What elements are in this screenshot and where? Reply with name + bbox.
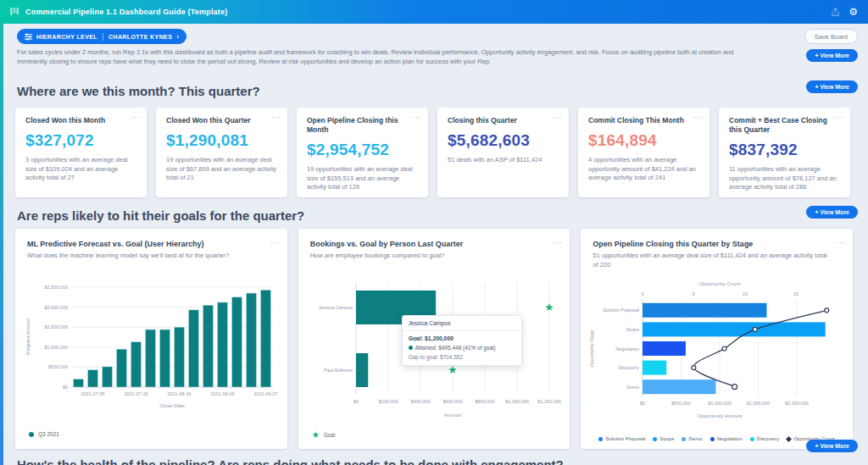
- view-more-button-section1[interactable]: + View More: [806, 80, 858, 93]
- view-more-button-bottom[interactable]: + View More: [806, 440, 858, 452]
- svg-text:Jessica Campos: Jessica Campos: [318, 305, 353, 310]
- svg-text:Opportunity Amount: Opportunity Amount: [698, 413, 743, 418]
- kpi-card-open-pipeline-month: Open Pipeline Closing this Month ⋯ $2,95…: [297, 108, 428, 197]
- svg-text:$1,000,000: $1,000,000: [505, 399, 529, 404]
- chart-subtitle: 51 opportunities with an average deal si…: [581, 248, 853, 269]
- kpi-description: 11 opportunities with an average opportu…: [729, 165, 840, 192]
- save-board-button[interactable]: Save Board: [804, 29, 858, 44]
- share-icon[interactable]: [831, 8, 840, 17]
- kebab-menu-icon[interactable]: ⋯: [412, 113, 421, 121]
- kebab-menu-icon[interactable]: ⋯: [553, 113, 562, 121]
- kebab-menu-icon[interactable]: ⋯: [270, 237, 280, 248]
- tooltip-name: Jessica Campos: [403, 316, 521, 331]
- svg-text:$400,000: $400,000: [410, 399, 430, 404]
- view-more-button-description[interactable]: + View More: [806, 49, 858, 62]
- forecast-bar[interactable]: [247, 293, 257, 387]
- forecast-bar[interactable]: [88, 370, 98, 387]
- tooltip-goal: Goal: $1,200,000: [409, 335, 515, 341]
- kpi-value: $2,954,752: [307, 141, 418, 159]
- stage-bar[interactable]: [643, 322, 826, 336]
- kpi-value: $164,894: [588, 131, 699, 150]
- stage-bar[interactable]: [643, 341, 686, 356]
- section-title-month-quarter: Where are we this month? This quarter?: [17, 84, 260, 98]
- legend-item[interactable]: Solution Proposal: [598, 436, 645, 441]
- diamond-marker-icon: [786, 435, 792, 441]
- stage-bar[interactable]: [643, 361, 666, 375]
- ml-forecast-bar-chart[interactable]: $0$500,000$1,000,000$1,500,000$2,000,000…: [22, 275, 280, 421]
- legend-label: Scope: [659, 436, 674, 441]
- svg-text:2021-09-27: 2021-09-27: [253, 391, 277, 396]
- forecast-bar[interactable]: [103, 367, 113, 387]
- forecast-bar[interactable]: [131, 342, 142, 387]
- filter-sliders-icon: [25, 33, 32, 41]
- view-more-button-section2[interactable]: + View More: [806, 206, 858, 219]
- svg-text:Close Date: Close Date: [159, 403, 185, 408]
- legend-item[interactable]: Demo: [682, 436, 702, 441]
- forecast-bar[interactable]: [117, 349, 127, 387]
- count-point-marker[interactable]: [732, 385, 737, 390]
- tooltip-gap: Gap to goal: $704,552: [409, 354, 515, 360]
- svg-text:$500,000: $500,000: [671, 401, 691, 406]
- svg-text:$0: $0: [63, 385, 68, 390]
- kpi-value: $5,682,603: [448, 131, 559, 150]
- forecast-bar[interactable]: [189, 310, 199, 387]
- kebab-menu-icon[interactable]: ⋯: [553, 237, 562, 248]
- legend-label: Demo: [688, 436, 702, 441]
- pipeline-stage-combo-chart[interactable]: Opportunity Count051015$0$500,000$1,000,…: [587, 278, 845, 422]
- svg-text:5: 5: [693, 291, 695, 296]
- forecast-bar[interactable]: [160, 329, 170, 387]
- tooltip-attained: Attained: $495,448 (41% of goal): [415, 345, 496, 351]
- kebab-menu-icon[interactable]: ⋯: [131, 113, 140, 121]
- legend-item[interactable]: Discovery: [750, 436, 779, 441]
- svg-text:10: 10: [743, 291, 748, 296]
- stage-bar[interactable]: [643, 379, 715, 394]
- kebab-menu-icon[interactable]: ⋯: [271, 113, 281, 121]
- legend-dot: [750, 437, 754, 441]
- svg-text:Weighted Amount: Weighted Amount: [25, 318, 31, 356]
- legend-dot: [598, 437, 603, 441]
- kebab-menu-icon[interactable]: ⋯: [834, 113, 843, 121]
- chart-card-ml-forecast: ML Predictive Forecast vs. Goal (User Hi…: [15, 229, 287, 449]
- kpi-description: 4 opportunities with an average opportun…: [588, 156, 699, 183]
- kpi-title: Closed Won this Month: [25, 116, 136, 125]
- svg-text:$500,000: $500,000: [48, 364, 68, 369]
- forecast-bar[interactable]: [232, 297, 242, 387]
- count-point-marker[interactable]: [825, 308, 829, 313]
- stage-bar[interactable]: [643, 303, 767, 318]
- section-title-pipeline-health: How's the health of the pipeline? Are re…: [17, 457, 564, 465]
- kpi-title: Closing this Quarter: [448, 116, 559, 125]
- forecast-bar[interactable]: [261, 290, 271, 387]
- count-point-marker[interactable]: [722, 346, 726, 351]
- legend-dot: [653, 437, 657, 441]
- count-point-marker[interactable]: [692, 366, 696, 370]
- forecast-bar[interactable]: [74, 379, 84, 387]
- legend-label: Q3 2021: [38, 431, 59, 437]
- chart-subtitle: What does the machine learning model say…: [15, 248, 287, 261]
- svg-text:$1,000,000: $1,000,000: [709, 401, 732, 406]
- svg-text:$0: $0: [640, 401, 645, 406]
- svg-text:Amount: Amount: [443, 412, 461, 418]
- settings-gear-icon[interactable]: ⚙: [849, 7, 858, 17]
- hierarchy-level-chip[interactable]: HIERARCHY LEVEL CHARLOTTE KYNES ›: [17, 29, 186, 44]
- chart-card-pipeline-by-stage: Open Pipeline Closing this Quarter by St…: [581, 229, 853, 449]
- board-icon: [10, 8, 19, 16]
- svg-text:Opportunity Stage: Opportunity Stage: [589, 329, 594, 367]
- count-point-marker[interactable]: [754, 327, 758, 331]
- forecast-bar[interactable]: [146, 329, 156, 387]
- forecast-bar[interactable]: [175, 327, 185, 387]
- forecast-bar[interactable]: [203, 305, 214, 387]
- forecast-bar[interactable]: [218, 302, 228, 387]
- kebab-menu-icon[interactable]: ⋯: [693, 113, 703, 121]
- kpi-value: $1,290,081: [166, 131, 277, 150]
- legend-item[interactable]: Scope: [653, 436, 674, 441]
- kebab-menu-icon[interactable]: ⋯: [836, 237, 845, 248]
- svg-text:Scope: Scope: [626, 327, 640, 332]
- chart-subtitle: How are employee bookings compared to go…: [298, 248, 570, 261]
- legend-item[interactable]: Negotiation: [710, 436, 743, 441]
- bookings-bar[interactable]: [356, 353, 368, 387]
- hierarchy-level-value: CHARLOTTE KYNES: [108, 34, 172, 40]
- kpi-title: Commit Closing This Month: [588, 116, 699, 125]
- kpi-title: Open Pipeline Closing this Month: [307, 116, 418, 135]
- svg-text:2021-09-06: 2021-09-06: [210, 391, 234, 396]
- svg-text:$800,000: $800,000: [475, 399, 494, 404]
